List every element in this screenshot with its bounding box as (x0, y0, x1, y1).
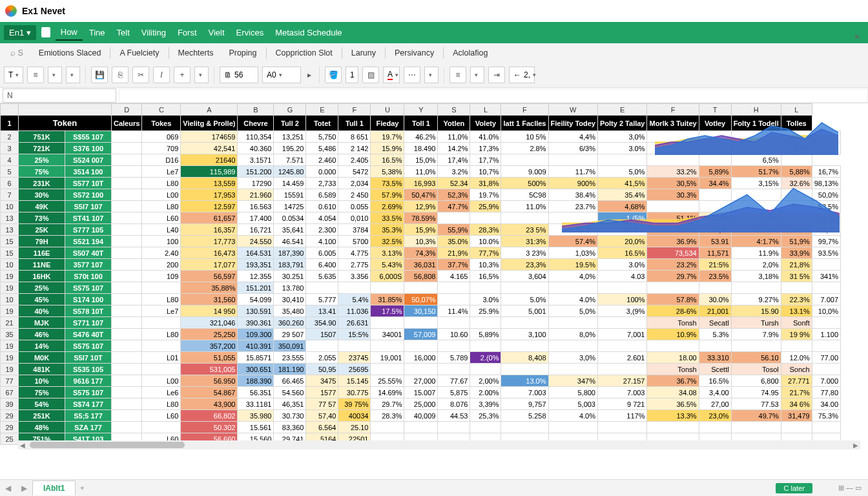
cell[interactable]: 350,091 (274, 340, 306, 352)
col-header[interactable]: Y (404, 104, 438, 116)
cell[interactable]: 57.4% (548, 236, 597, 247)
cell[interactable]: 7.9% (731, 329, 781, 340)
cell[interactable]: 13.41 (306, 305, 338, 317)
row-header[interactable]: 19 (1, 305, 19, 317)
col-header[interactable]: F (338, 104, 371, 116)
more-button[interactable]: ⋯ (404, 67, 420, 83)
cell[interactable]: 11.036 (338, 305, 371, 317)
cell[interactable]: 35.980 (238, 410, 274, 422)
cell[interactable] (112, 329, 142, 340)
cell[interactable] (699, 143, 731, 154)
cell[interactable]: 15,0% (404, 154, 438, 166)
cell[interactable]: 174659 (181, 131, 238, 143)
align-button[interactable]: ≡ (450, 67, 466, 83)
cell[interactable]: 354.90 (306, 317, 338, 329)
cell[interactable]: 41,5% (597, 178, 647, 189)
cell[interactable] (731, 131, 781, 143)
cell[interactable]: 24.550 (238, 236, 274, 247)
cell[interactable] (699, 189, 731, 201)
ribbon-tab-4[interactable]: Coppriction Slot (269, 45, 339, 61)
cell[interactable] (470, 364, 501, 375)
cell[interactable]: 30.0% (699, 294, 731, 305)
cell[interactable]: 410.391 (238, 340, 274, 352)
row-header[interactable]: 3 (1, 143, 19, 154)
cell[interactable]: 34,66 (699, 224, 731, 236)
cell[interactable]: 3.1571 (238, 154, 274, 166)
cell[interactable]: 251K (19, 410, 65, 422)
cell[interactable]: 17,7% (470, 154, 501, 166)
cell[interactable]: 41.0% (470, 131, 501, 143)
cell[interactable]: 33.5% (371, 212, 404, 224)
cell[interactable]: 40.360 (238, 143, 274, 154)
cell[interactable]: S575 107 (65, 387, 112, 398)
cell[interactable] (438, 340, 470, 352)
number-select[interactable]: 1 (346, 67, 358, 83)
cell[interactable] (699, 340, 731, 352)
row-header[interactable]: 29 (1, 410, 19, 422)
cell[interactable]: 300.651 (238, 364, 274, 375)
cell[interactable]: Tonsh (647, 317, 699, 329)
cell[interactable]: 14725 (274, 201, 306, 212)
cell[interactable]: 50,47% (404, 189, 438, 201)
cell[interactable]: 481K (19, 364, 65, 375)
row-header[interactable]: 19 (1, 271, 19, 282)
cell[interactable] (112, 212, 142, 224)
cell[interactable]: 52.34 (438, 178, 470, 189)
cell[interactable]: 7.003 (501, 387, 548, 398)
cell[interactable] (112, 398, 142, 410)
cell[interactable]: 61,657 (181, 212, 238, 224)
select-all-corner[interactable] (1, 104, 19, 116)
cell[interactable]: 42,541 (181, 143, 238, 154)
file-menu[interactable]: En1 ▾ (4, 25, 36, 40)
cell[interactable] (112, 422, 142, 433)
cell[interactable] (438, 422, 470, 433)
copy-button[interactable]: ⎘ (112, 67, 129, 83)
cell[interactable] (699, 422, 731, 433)
cell[interactable]: 19.5% (548, 259, 597, 271)
cell[interactable] (781, 189, 812, 201)
cell[interactable]: 10.0% (470, 236, 501, 247)
row-header[interactable]: 29 (1, 422, 19, 433)
row-header[interactable]: 6 (1, 178, 19, 189)
cell[interactable]: 4,0% (548, 271, 597, 282)
cell[interactable]: 51,055 (181, 352, 238, 364)
cell[interactable] (501, 340, 548, 352)
cell[interactable]: 11,0% (404, 166, 438, 178)
cell[interactable] (731, 282, 781, 294)
cell[interactable]: 2,00% (470, 375, 501, 387)
row-header[interactable]: 5 (1, 166, 19, 178)
cell[interactable] (112, 201, 142, 212)
cell[interactable]: S476 40T (65, 329, 112, 340)
cell[interactable]: 34.00 (812, 398, 840, 410)
cell[interactable]: 10% (19, 375, 65, 387)
name-box[interactable]: N (3, 88, 116, 103)
cell[interactable]: 751K (19, 131, 65, 143)
cell[interactable]: 34.08 (647, 387, 699, 398)
cell[interactable]: 2 142 (338, 143, 371, 154)
cell[interactable]: 3 23% (501, 247, 548, 259)
ribbon-tab-3[interactable]: Proping (222, 45, 263, 61)
col-header[interactable]: H (731, 104, 781, 116)
cell[interactable]: 75% (19, 387, 65, 398)
row-header[interactable]: 10 (1, 294, 19, 305)
cell[interactable]: 23,0% (699, 410, 731, 422)
sheet-nav-prev-icon[interactable]: ◀ (0, 484, 16, 493)
cell[interactable]: 721K (19, 143, 65, 154)
cell[interactable]: 54% (19, 398, 65, 410)
cell[interactable]: 5.789 (438, 352, 470, 364)
cell[interactable] (501, 422, 548, 433)
cell[interactable] (112, 224, 142, 236)
cell[interactable]: 17,077 (181, 259, 238, 271)
cell[interactable]: 115,989 (181, 166, 238, 178)
cell[interactable] (647, 154, 699, 166)
cell[interactable]: 75.3% (812, 410, 840, 422)
cell[interactable] (112, 375, 142, 387)
cell[interactable]: 11NE (19, 259, 65, 271)
cell[interactable]: 5,38% (371, 166, 404, 178)
cell[interactable]: 23.5% (699, 271, 731, 282)
cell[interactable]: 17,953 (181, 189, 238, 201)
col-header-blank[interactable] (19, 104, 112, 116)
cell[interactable]: Tosol (731, 364, 781, 375)
cell[interactable] (731, 189, 781, 201)
cell[interactable]: 069 (142, 131, 181, 143)
